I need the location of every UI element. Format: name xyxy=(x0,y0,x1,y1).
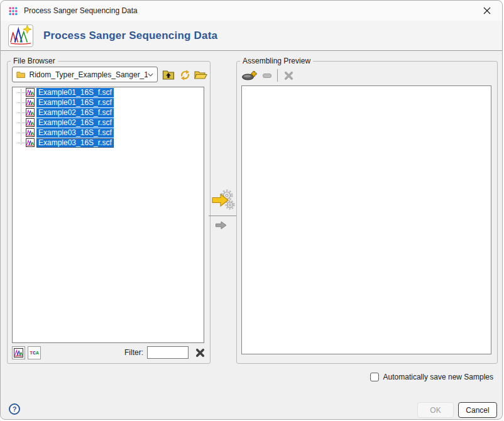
assembling-preview-panel[interactable] xyxy=(241,85,491,354)
chromatogram-file-icon xyxy=(26,118,35,127)
autosave-label: Automatically save new Samples xyxy=(383,373,493,381)
file-row[interactable]: Example01_16S_f.scf xyxy=(13,87,204,97)
title-bar: Process Sanger Sequencing Data xyxy=(1,1,502,21)
file-browser-footer: TCA Filter: xyxy=(12,346,205,359)
transfer-separator xyxy=(209,216,236,216)
process-files-button[interactable] xyxy=(211,188,236,213)
file-name: Example01_16S_r.scf xyxy=(36,98,114,107)
file-name: Example03_16S_f.scf xyxy=(36,128,114,138)
help-button[interactable]: ? xyxy=(9,403,20,415)
cancel-button[interactable]: Cancel xyxy=(458,402,497,418)
gears-yellow-arrow-icon xyxy=(212,189,236,212)
chromatogram-view-icon xyxy=(14,348,23,358)
ok-button[interactable]: OK xyxy=(417,402,454,418)
tree-guide-line xyxy=(21,89,21,145)
file-row[interactable]: Example01_16S_r.scf xyxy=(13,97,204,107)
folder-up-button[interactable] xyxy=(161,67,176,82)
add-sample-icon xyxy=(242,70,257,80)
clear-x-icon xyxy=(195,347,205,358)
close-button[interactable] xyxy=(477,3,497,19)
file-row[interactable]: Example03_16S_r.scf xyxy=(13,138,204,148)
filter-input[interactable] xyxy=(147,346,189,359)
chromatogram-star-icon xyxy=(8,25,33,47)
window-title: Process Sanger Sequencing Data xyxy=(24,6,138,15)
open-folder-button[interactable] xyxy=(193,67,208,82)
file-list[interactable]: Example01_16S_f.scf Example01_16S_r.scf … xyxy=(12,87,204,343)
file-row[interactable]: Example02_16S_r.scf xyxy=(13,118,204,128)
assembling-preview-group: Assembling Preview xyxy=(236,61,498,364)
clear-filter-button[interactable] xyxy=(194,347,205,358)
assembling-toolbar xyxy=(241,68,295,83)
chromatogram-file-icon xyxy=(26,98,35,107)
refresh-icon xyxy=(179,69,191,81)
process-sanger-dialog: Process Sanger Sequencing Data Process S… xyxy=(0,0,503,420)
chevron-down-icon xyxy=(148,73,153,77)
file-browser-group-label: File Browser xyxy=(11,57,58,65)
chromatogram-file-icon xyxy=(26,138,35,147)
filter-label: Filter: xyxy=(124,348,143,357)
folder-up-icon xyxy=(162,69,175,80)
folder-open-icon xyxy=(194,70,207,80)
remove-sample-icon xyxy=(263,74,271,78)
file-name: Example02_16S_r.scf xyxy=(36,118,114,128)
assembling-preview-group-label: Assembling Preview xyxy=(240,57,313,65)
move-right-button[interactable] xyxy=(214,219,229,231)
help-question-icon: ? xyxy=(13,405,17,413)
path-combo[interactable]: Ridom_Typer_Examples_Sanger_16S/ xyxy=(12,67,158,82)
app-dot-grid-icon xyxy=(8,6,18,16)
folder-icon xyxy=(16,70,26,79)
file-browser-group: File Browser Ridom_Typer_Examples_Sanger… xyxy=(7,61,211,364)
chromatogram-file-icon xyxy=(26,88,35,97)
autosave-checkbox-row[interactable]: Automatically save new Samples xyxy=(370,371,493,382)
close-x-icon xyxy=(483,6,491,15)
page-title: Process Sanger Sequencing Data xyxy=(43,30,217,42)
tca-text-view-icon: TCA xyxy=(30,350,38,356)
chromatogram-file-icon xyxy=(26,108,35,117)
chromatogram-view-toggle[interactable] xyxy=(12,346,25,359)
text-view-toggle[interactable]: TCA xyxy=(28,346,41,359)
file-name: Example02_16S_f.scf xyxy=(36,108,114,118)
delete-button[interactable] xyxy=(282,69,295,82)
file-row[interactable]: Example02_16S_f.scf xyxy=(13,107,204,118)
delete-x-icon xyxy=(283,70,294,81)
gray-right-arrow-icon xyxy=(215,221,227,230)
file-row[interactable]: Example03_16S_f.scf xyxy=(13,128,204,138)
file-name: Example01_16S_f.scf xyxy=(36,88,114,97)
refresh-button[interactable] xyxy=(177,67,192,82)
dialog-header: Process Sanger Sequencing Data xyxy=(1,21,502,51)
file-name: Example03_16S_r.scf xyxy=(36,138,114,148)
remove-sample-button[interactable] xyxy=(261,72,273,79)
chromatogram-file-icon xyxy=(26,128,35,137)
add-sample-button[interactable] xyxy=(241,69,258,82)
toolbar-separator xyxy=(277,69,278,82)
autosave-checkbox[interactable] xyxy=(370,373,379,381)
path-combo-value: Ridom_Typer_Examples_Sanger_16S/ xyxy=(30,70,148,79)
